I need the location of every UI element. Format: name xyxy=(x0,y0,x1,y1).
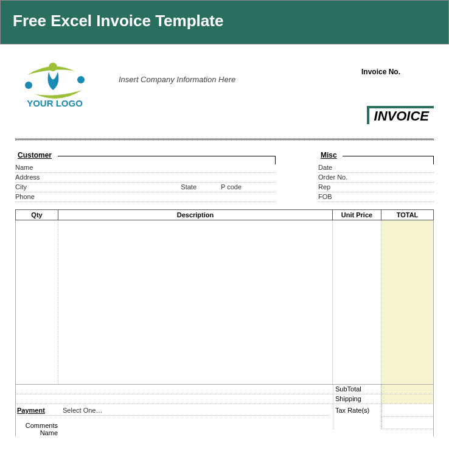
misc-orderno-row[interactable]: Order No. xyxy=(318,173,434,183)
misc-date-row[interactable]: Date xyxy=(318,163,434,173)
invoice-page: YOUR LOGO Insert Company Information Her… xyxy=(0,44,449,436)
orderno-label: Order No. xyxy=(318,173,355,181)
col-price-header: Unit Price xyxy=(333,210,381,220)
header-bar: Free Excel Invoice Template xyxy=(0,0,449,44)
comments-row: Comments xyxy=(17,422,329,429)
invoice-no-label: Invoice No. xyxy=(361,68,400,76)
logo-text: YOUR LOGO xyxy=(27,98,83,108)
header-title: Free Excel Invoice Template xyxy=(13,12,223,30)
customer-phone-row[interactable]: Phone xyxy=(15,192,276,202)
customer-city-row[interactable]: City State P code xyxy=(15,183,276,192)
col-desc-header: Description xyxy=(58,210,333,220)
misc-rep-row[interactable]: Rep xyxy=(318,183,434,192)
tax-rates-values[interactable] xyxy=(381,404,433,429)
customer-name-row[interactable]: Name xyxy=(15,163,276,173)
misc-fob-row[interactable]: FOB xyxy=(318,192,434,202)
line-items-table: Qty Description Unit Price TOTAL SubTota… xyxy=(15,209,434,436)
col-total-header: TOTAL xyxy=(381,210,433,220)
pcode-label: P code xyxy=(221,183,276,191)
payment-row: Payment Select One… xyxy=(17,407,329,416)
table-header: Qty Description Unit Price TOTAL xyxy=(15,209,434,220)
misc-section: Misc Date Order No. Rep FOB xyxy=(318,156,434,202)
name-row: Name xyxy=(15,429,434,436)
divider xyxy=(15,139,434,141)
svg-point-2 xyxy=(49,63,57,71)
company-info-placeholder[interactable]: Insert Company Information Here xyxy=(119,75,235,84)
col-qty-header: Qty xyxy=(16,210,58,220)
invoice-label: INVOICE xyxy=(367,106,434,124)
payment-select[interactable]: Select One… xyxy=(63,407,102,414)
bottom-area: Payment Select One… Comments Tax Rate(s) xyxy=(15,404,434,429)
svg-point-1 xyxy=(77,76,85,83)
company-logo: YOUR LOGO xyxy=(15,57,94,111)
customer-heading: Customer xyxy=(16,151,53,159)
shipping-label: Shipping xyxy=(333,394,381,404)
subtotal-value xyxy=(381,385,433,394)
customer-address-row[interactable]: Address xyxy=(15,173,276,183)
shipping-value xyxy=(381,394,433,404)
address-label: Address xyxy=(15,173,49,181)
subtotal-label: SubTotal xyxy=(333,385,381,394)
comments-label: Comments xyxy=(17,422,63,429)
subtotal-row: SubTotal xyxy=(15,385,434,394)
misc-heading: Misc xyxy=(319,151,338,159)
rep-label: Rep xyxy=(318,183,355,191)
shipping-row: Shipping xyxy=(15,394,434,404)
customer-section: Customer Name Address City State P code … xyxy=(15,156,276,202)
svg-point-0 xyxy=(25,82,32,89)
tax-rates-label: Tax Rate(s) xyxy=(333,404,381,429)
info-row: Customer Name Address City State P code … xyxy=(15,156,434,202)
name-label: Name xyxy=(15,164,49,171)
phone-label: Phone xyxy=(15,193,49,200)
table-body[interactable] xyxy=(15,220,434,385)
state-label: State xyxy=(181,183,197,191)
city-label: City xyxy=(15,183,49,191)
fob-label: FOB xyxy=(318,193,355,200)
name-sublabel: Name xyxy=(17,429,63,436)
payment-label: Payment xyxy=(17,407,63,414)
date-label: Date xyxy=(318,164,355,171)
invoice-banner: INVOICE xyxy=(15,119,434,138)
